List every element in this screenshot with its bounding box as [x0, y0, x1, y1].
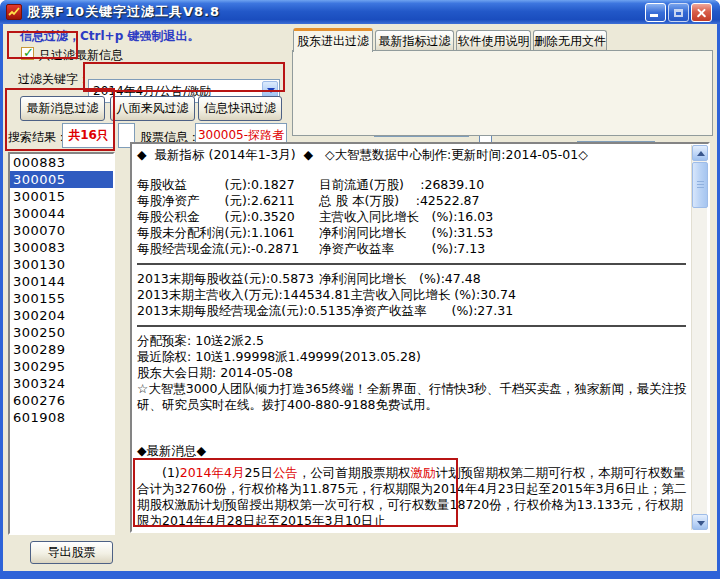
stock-list-item[interactable]: 300324 [10, 375, 113, 392]
tab-shareholder-filter[interactable]: 股东进出过滤 [293, 28, 373, 52]
stock-list-item[interactable]: 300289 [10, 341, 113, 358]
indicator-row: 每股未分配利润(元):1.1061净利润同比增长 (%):31.53 [137, 225, 688, 241]
stock-list-item[interactable]: 300083 [10, 239, 113, 256]
indicator-row: 每股收益 (元):0.1827目前流通(万股) :26839.10 [137, 177, 688, 193]
minimize-icon [650, 14, 658, 17]
vertical-scrollbar[interactable] [691, 145, 707, 530]
app-window: 股票F10关键字过滤工具V8.8 信息过滤，Ctrl+p 键强制退出。 只过滤最… [0, 0, 720, 579]
export-stocks-button[interactable]: 导出股票 [30, 541, 113, 564]
keyword-label: 过滤关键字： [18, 71, 90, 88]
highlighted-keyword: 激励 [410, 465, 435, 480]
maximize-button[interactable] [668, 3, 689, 22]
indicator-row: 2013末期主营收入(万元):144534.81主营收入同比增长 (%):30.… [137, 287, 688, 303]
news-text: 25日 [244, 465, 272, 480]
latest-news-filter-button[interactable]: 最新消息过滤 [20, 96, 105, 121]
maximize-icon [674, 9, 683, 17]
indicator-row: 每股净资产 (元):2.6211总 股 本(万股) :42522.87 [137, 193, 688, 209]
textarea-content: ◆ 最新指标 (2014年1-3月) ◆ ◇大智慧数据中心制作:更新时间:201… [137, 147, 688, 529]
text-line: 分配预案: 10送2派2.5 [137, 333, 688, 349]
tab-delete-files[interactable]: 删除无用文件 [533, 30, 607, 51]
stock-list-item[interactable]: 300155 [10, 290, 113, 307]
stock-list-item[interactable]: 300015 [10, 188, 113, 205]
separator-line [137, 263, 686, 265]
indicator-row: 2013末期每股收益(元):0.5873净利润同比增长 (%):47.48 [137, 271, 688, 287]
text-line: ☆大智慧3000人团队倾力打造365终端！全新界面、行情快3秒、千档买卖盘，独家… [137, 381, 688, 413]
app-icon [6, 4, 22, 20]
news-text: (1) [137, 465, 180, 480]
only-latest-label: 只过滤最新信息 [39, 47, 123, 64]
text-line: 最近除权: 10送1.99998派1.49999(2013.05.28) [137, 349, 688, 365]
stock-list-item[interactable]: 300295 [10, 358, 113, 375]
scroll-up-icon[interactable] [692, 145, 708, 161]
stock-list-item[interactable]: 000883 [10, 154, 113, 171]
text-line: 股东大会日期: 2014-05-08 [137, 365, 688, 381]
close-button[interactable] [691, 3, 712, 22]
indicator-header: ◆ 最新指标 (2014年1-3月) ◆ ◇大智慧数据中心制作:更新时间:201… [137, 147, 688, 163]
scroll-down-icon[interactable] [692, 514, 708, 530]
stock-listbox[interactable]: 0008833000053000153000443000703000833001… [8, 152, 115, 535]
stock-list-item[interactable]: 300070 [10, 222, 113, 239]
period-block: 2013末期每股收益(元):0.5873净利润同比增长 (%):47.48201… [137, 271, 688, 319]
info-block: 分配预案: 10送2派2.5最近除权: 10送1.99998派1.49999(2… [137, 333, 688, 413]
indicator-block: 每股收益 (元):0.1827目前流通(万股) :26839.10每股净资产 (… [137, 177, 688, 257]
stock-list-item[interactable]: 300044 [10, 205, 113, 222]
highlighted-keyword: 公告 [273, 465, 298, 480]
minimize-button[interactable] [645, 3, 666, 22]
stock-list-item[interactable]: 300130 [10, 256, 113, 273]
stock-list-item[interactable]: 601908 [10, 409, 113, 426]
window-title: 股票F10关键字过滤工具V8.8 [27, 3, 220, 21]
stock-list-item[interactable]: 300144 [10, 273, 113, 290]
shareholder-filter-panel [292, 50, 713, 136]
result-count-box: 共16只 [62, 123, 115, 148]
stock-list-item[interactable]: 300005 [10, 171, 113, 188]
result-label: 搜索结果： [8, 129, 68, 146]
news-paragraph: (1)2014年4月25日公告，公司首期股票期权激励计划预留期权第二期可行权，本… [137, 465, 688, 529]
scrollbar-thumb[interactable] [692, 162, 708, 208]
tab-software-help[interactable]: 软件使用说明 [456, 30, 531, 51]
stock-list-item[interactable]: 600276 [10, 392, 113, 409]
news-text: ，公司首期股票期权 [298, 465, 411, 480]
highlighted-keyword: 2014年4月 [180, 465, 245, 480]
titlebar[interactable]: 股票F10关键字过滤工具V8.8 [0, 0, 720, 24]
stock-list-item[interactable]: 300250 [10, 324, 113, 341]
indicator-row: 2013末期每股经营现金流(元):0.5135净资产收益率 (%):27.31 [137, 303, 688, 319]
stock-list-item[interactable]: 300204 [10, 307, 113, 324]
separator-line [137, 325, 686, 327]
tab-indicator-filter[interactable]: 最新指标过滤 [375, 30, 454, 51]
only-latest-checkbox[interactable] [21, 47, 34, 60]
indicator-row: 每股公积金 (元):0.3520主营收入同比增长 (%):16.03 [137, 209, 688, 225]
news-flash-filter-button[interactable]: 信息快讯过滤 [198, 96, 282, 121]
info-hint-text: 信息过滤，Ctrl+p 键强制退出。 [20, 28, 199, 45]
news-header: ◆最新消息◆ [137, 443, 688, 459]
main-textarea[interactable]: ◆ 最新指标 (2014年1-3月) ◆ ◇大智慧数据中心制作:更新时间:201… [130, 142, 710, 533]
indicator-row: 每股经营现金流(元):-0.2871净资产收益率 (%):7.13 [137, 241, 688, 257]
eight-winds-filter-button[interactable]: 八面来风过滤 [110, 96, 195, 121]
